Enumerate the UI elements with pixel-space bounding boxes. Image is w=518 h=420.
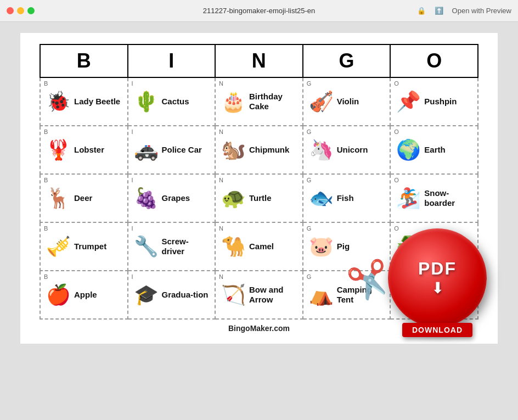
- cell-label: Chipmunk: [249, 145, 289, 155]
- cell-letter: G: [307, 177, 312, 183]
- cell-content: 🐢Turtle: [219, 177, 299, 220]
- cell-emoji: 🏂: [396, 188, 421, 208]
- cell-content: 🔧Screw-driver: [132, 225, 211, 268]
- cell-label: Lobster: [74, 145, 104, 155]
- cell-letter: N: [219, 128, 223, 135]
- cell-content: 🎻Violin: [307, 80, 387, 123]
- cell-emoji: 🌍: [396, 140, 421, 160]
- column-header-i: I: [128, 44, 215, 77]
- minimize-button[interactable]: [17, 7, 24, 14]
- cell-letter: B: [44, 80, 48, 87]
- bingo-cell-0-3: G🎻Violin: [303, 77, 391, 126]
- maximize-button[interactable]: [27, 7, 35, 14]
- cell-emoji: 🔧: [134, 237, 159, 256]
- cell-label: Deer: [74, 193, 92, 203]
- cell-letter: N: [219, 225, 223, 232]
- bingo-cell-2-3: G🐟Fish: [303, 174, 391, 222]
- cell-label: Screw-driver: [162, 237, 211, 256]
- bingo-row-0: B🐞Lady BeetleI🌵CactusN🎂Birthday CakeG🎻Vi…: [40, 77, 478, 126]
- cell-letter: B: [44, 177, 48, 183]
- bingo-cell-0-0: B🐞Lady Beetle: [40, 77, 128, 126]
- cell-label: Cactus: [162, 97, 189, 107]
- cell-content: 📌Pushpin: [394, 80, 474, 123]
- cell-letter: B: [44, 273, 48, 280]
- bingo-row-2: B🦌DeerI🍇GrapesN🐢TurtleG🐟FishO🏂Snow-board…: [40, 174, 478, 222]
- cell-content: ⛺Camping Tent: [307, 273, 387, 316]
- bingo-cell-4-3: G⛺Camping Tent: [303, 271, 391, 319]
- cell-content: 🦌Deer: [44, 177, 124, 220]
- cell-label: Gradua-tion: [162, 290, 209, 300]
- bingo-cell-0-1: I🌵Cactus: [128, 77, 215, 126]
- cell-label: Lady Beetle: [74, 97, 120, 107]
- pdf-download-button[interactable]: PDF ⬇ DOWNLOAD: [388, 228, 487, 327]
- cell-content: 🐪Camel: [219, 225, 299, 268]
- cell-label: Police Car: [162, 145, 202, 155]
- cell-letter: G: [307, 128, 312, 135]
- bingo-cell-2-2: N🐢Turtle: [215, 174, 303, 222]
- close-button[interactable]: [7, 7, 14, 14]
- cell-content: 🏂Snow-boarder: [394, 177, 474, 220]
- cell-letter: O: [394, 128, 399, 135]
- cell-label: Birthday Cake: [249, 92, 299, 111]
- cell-emoji: 🏹: [221, 285, 246, 305]
- cell-emoji: 🦌: [46, 188, 71, 208]
- cell-content: 🌵Cactus: [132, 80, 211, 123]
- cell-label: Snow-boarder: [424, 188, 474, 208]
- cell-emoji: 🐪: [221, 237, 246, 256]
- bingo-cell-0-4: O📌Pushpin: [390, 77, 478, 126]
- cell-label: Trumpet: [74, 242, 106, 251]
- cell-emoji: 🚓: [134, 140, 159, 160]
- cell-emoji: 🦄: [309, 140, 334, 160]
- window-controls[interactable]: [7, 7, 35, 14]
- download-label: DOWNLOAD: [402, 323, 472, 337]
- cell-label: Violin: [337, 97, 359, 107]
- bingo-cell-4-0: B🍎Apple: [40, 271, 128, 319]
- cell-letter: N: [219, 273, 223, 280]
- cell-letter: I: [132, 128, 133, 135]
- column-header-b: B: [40, 44, 128, 77]
- open-with-preview[interactable]: Open with Preview: [452, 7, 511, 15]
- share-icon[interactable]: ⬆️: [435, 7, 443, 15]
- cell-letter: I: [132, 80, 133, 87]
- cell-label: Pushpin: [424, 97, 457, 107]
- cell-letter: O: [394, 177, 399, 183]
- cell-emoji: 📌: [396, 92, 421, 111]
- cell-emoji: 🐢: [221, 188, 246, 208]
- cell-letter: N: [219, 177, 223, 183]
- cell-label: Camping Tent: [337, 285, 387, 305]
- cell-content: 🐷Pig: [307, 225, 387, 268]
- bingo-cell-3-1: I🔧Screw-driver: [128, 222, 215, 271]
- bingo-cell-2-0: B🦌Deer: [40, 174, 128, 222]
- bingo-cell-0-2: N🎂Birthday Cake: [215, 77, 303, 126]
- bingo-cell-1-2: N🐿️Chipmunk: [215, 126, 303, 174]
- cell-content: 🦄Unicorn: [307, 128, 387, 171]
- download-arrow-icon: ⬇: [431, 279, 444, 297]
- cell-label: Earth: [424, 145, 445, 155]
- bingo-cell-3-2: N🐪Camel: [215, 222, 303, 271]
- cell-letter: I: [132, 177, 133, 183]
- cell-emoji: 🐿️: [221, 140, 246, 160]
- cell-content: 🎂Birthday Cake: [219, 80, 299, 123]
- cell-label: Unicorn: [337, 145, 368, 155]
- cell-label: Grapes: [162, 193, 190, 203]
- pdf-circle[interactable]: PDF ⬇ DOWNLOAD: [388, 228, 487, 327]
- cell-content: 🎺Trumpet: [44, 225, 124, 268]
- cell-label: Apple: [74, 290, 97, 300]
- bingo-cell-1-0: B🦞Lobster: [40, 126, 128, 174]
- window-title: 211227-bingomaker-emoji-list25-en: [203, 7, 316, 15]
- cell-content: 🐟Fish: [307, 177, 387, 220]
- cell-emoji: 🎂: [221, 92, 246, 111]
- lock-icon[interactable]: 🔒: [417, 7, 426, 15]
- cell-emoji: 🐷: [309, 237, 334, 256]
- cell-content: 🌍Earth: [394, 128, 474, 171]
- cell-letter: O: [394, 80, 399, 87]
- cell-emoji: 🎓: [134, 285, 159, 305]
- cell-label: Pig: [337, 242, 350, 251]
- titlebar: 211227-bingomaker-emoji-list25-en 🔒 ⬆️ O…: [0, 0, 518, 22]
- cell-emoji: 🐟: [309, 188, 334, 208]
- cell-emoji: 🍎: [46, 285, 71, 305]
- cell-letter: N: [219, 80, 223, 87]
- cell-label: Camel: [249, 242, 274, 251]
- cell-letter: G: [307, 225, 312, 232]
- bingo-cell-1-3: G🦄Unicorn: [303, 126, 391, 174]
